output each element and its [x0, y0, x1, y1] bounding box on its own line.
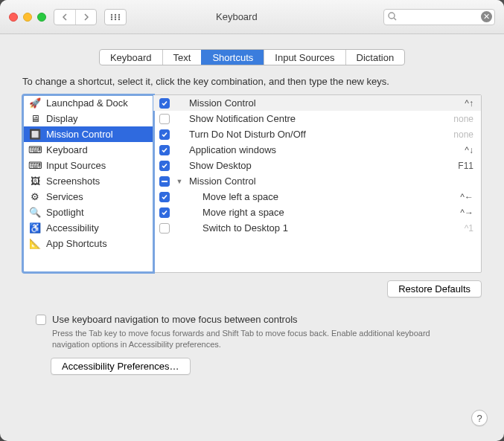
tab-text[interactable]: Text	[162, 50, 202, 65]
shortcut-checkbox[interactable]	[159, 114, 170, 124]
help-button[interactable]: ?	[471, 410, 488, 426]
svg-point-1	[115, 13, 116, 15]
restore-defaults-button[interactable]: Restore Defaults	[387, 280, 482, 297]
category-input-sources[interactable]: ⌨Input Sources	[23, 158, 153, 173]
shortcut-row[interactable]: Mission Control^↑	[153, 95, 481, 111]
category-screenshots[interactable]: 🖼Screenshots	[23, 173, 153, 189]
show-all-button[interactable]	[104, 9, 127, 25]
tab-keyboard[interactable]: Keyboard	[100, 50, 162, 65]
shortcut-key[interactable]: none	[453, 129, 473, 140]
tab-dictation[interactable]: Dictation	[345, 50, 405, 65]
shortcut-label: Turn Do Not Disturb On/Off	[189, 129, 447, 140]
shortcut-row[interactable]: Switch to Desktop 1^1	[153, 220, 481, 236]
shortcut-label: Application windows	[189, 144, 459, 155]
shortcut-checkbox[interactable]	[159, 129, 170, 140]
tab-input-sources[interactable]: Input Sources	[264, 50, 345, 65]
shortcut-key[interactable]: ^←	[460, 192, 473, 202]
shortcut-checkbox[interactable]	[159, 145, 170, 155]
forward-button[interactable]	[75, 10, 96, 25]
category-display[interactable]: 🖥Display	[23, 111, 153, 126]
shortcut-row[interactable]: Show Notification Centrenone	[153, 111, 481, 126]
search-icon	[387, 11, 398, 22]
tab-bar: KeyboardTextShortcutsInput SourcesDictat…	[0, 49, 504, 65]
svg-point-3	[111, 16, 112, 17]
shortcut-row[interactable]: Application windows^↓	[153, 142, 481, 158]
close-icon[interactable]	[9, 13, 18, 22]
minimize-icon[interactable]	[23, 13, 32, 22]
shortcut-label: Mission Control	[189, 97, 459, 109]
shortcut-checkbox[interactable]	[159, 192, 170, 202]
shortcut-checkbox[interactable]	[159, 176, 170, 187]
svg-point-8	[118, 18, 120, 19]
mission-control-icon: 🔲	[29, 129, 41, 141]
search-input[interactable]	[383, 9, 495, 25]
shortcut-key[interactable]: none	[453, 114, 473, 124]
shortcut-row[interactable]: Turn Do Not Disturb On/Offnone	[153, 126, 481, 142]
content: To change a shortcut, select it, click t…	[0, 76, 504, 375]
shortcut-key[interactable]: ^↓	[465, 145, 473, 155]
category-app-shortcuts[interactable]: 📐App Shortcuts	[23, 236, 153, 251]
clear-search-icon[interactable]: ✕	[481, 11, 492, 22]
category-label: Input Sources	[46, 160, 106, 171]
launchpad-dock-icon: 🚀	[29, 97, 41, 109]
disclosure-icon[interactable]: ▼	[176, 178, 183, 185]
window-title: Keyboard	[216, 11, 258, 22]
shortcut-label: Switch to Desktop 1	[189, 222, 459, 234]
shortcut-key[interactable]: ^→	[460, 207, 473, 218]
display-icon: 🖥	[29, 113, 41, 125]
shortcut-row[interactable]: Move left a space^←	[153, 189, 481, 205]
shortcut-key[interactable]: ^1	[465, 223, 473, 234]
category-label: Services	[46, 191, 83, 202]
category-label: Launchpad & Dock	[46, 97, 128, 109]
input-sources-icon: ⌨	[29, 160, 41, 172]
category-list[interactable]: 🚀Launchpad & Dock🖥Display🔲Mission Contro…	[23, 95, 153, 272]
category-label: App Shortcuts	[46, 238, 107, 249]
spotlight-icon: 🔍	[29, 207, 41, 219]
shortcut-label: Move left a space	[189, 191, 454, 202]
shortcut-list[interactable]: Mission Control^↑Show Notification Centr…	[153, 95, 481, 272]
accessibility-prefs-button[interactable]: Accessibility Preferences…	[51, 358, 191, 375]
shortcut-checkbox[interactable]	[159, 207, 170, 218]
shortcut-checkbox[interactable]	[159, 161, 170, 171]
category-services[interactable]: ⚙Services	[23, 189, 153, 205]
shortcut-key[interactable]: ^↑	[465, 98, 473, 109]
kb-nav-checkbox[interactable]	[36, 315, 46, 325]
kb-nav-label: Use keyboard navigation to move focus be…	[52, 314, 469, 325]
back-button[interactable]	[54, 10, 75, 25]
category-mission-control[interactable]: 🔲Mission Control	[23, 126, 153, 142]
kb-nav-help: Press the Tab key to move focus forwards…	[52, 328, 469, 350]
screenshots-icon: 🖼	[29, 176, 41, 187]
category-spotlight[interactable]: 🔍Spotlight	[23, 205, 153, 220]
accessibility-icon: ♿	[29, 222, 41, 234]
traffic-lights	[9, 13, 46, 22]
category-label: Spotlight	[46, 207, 84, 218]
category-label: Accessibility	[46, 222, 99, 234]
svg-point-2	[118, 13, 120, 15]
category-keyboard[interactable]: ⌨Keyboard	[23, 142, 153, 158]
shortcut-checkbox[interactable]	[159, 223, 170, 234]
search-wrap: ✕	[383, 9, 495, 25]
shortcut-label: Mission Control	[189, 176, 473, 187]
shortcut-checkbox[interactable]	[159, 98, 170, 109]
shortcut-label: Show Notification Centre	[189, 113, 447, 124]
shortcut-row[interactable]: Move right a space^→	[153, 205, 481, 220]
shortcut-row[interactable]: Show DesktopF11	[153, 158, 481, 173]
prefs-window: Keyboard ✕ KeyboardTextShortcutsInput So…	[0, 0, 504, 441]
shortcut-key[interactable]: F11	[458, 161, 473, 171]
services-icon: ⚙	[29, 191, 41, 203]
category-launchpad-dock[interactable]: 🚀Launchpad & Dock	[23, 95, 153, 111]
tab-shortcuts[interactable]: Shortcuts	[201, 50, 264, 65]
shortcut-row[interactable]: ▼Mission Control	[153, 173, 481, 189]
svg-line-10	[394, 18, 396, 20]
svg-point-9	[389, 13, 395, 19]
svg-point-0	[111, 13, 112, 15]
nav-back-forward	[54, 9, 97, 25]
category-accessibility[interactable]: ♿Accessibility	[23, 220, 153, 236]
category-label: Screenshots	[46, 176, 100, 187]
zoom-icon[interactable]	[37, 13, 46, 22]
category-label: Display	[46, 113, 78, 124]
keyboard-icon: ⌨	[29, 144, 41, 156]
shortcut-panes: 🚀Launchpad & Dock🖥Display🔲Mission Contro…	[22, 94, 482, 273]
titlebar: Keyboard ✕	[0, 0, 504, 34]
svg-point-7	[115, 18, 116, 19]
